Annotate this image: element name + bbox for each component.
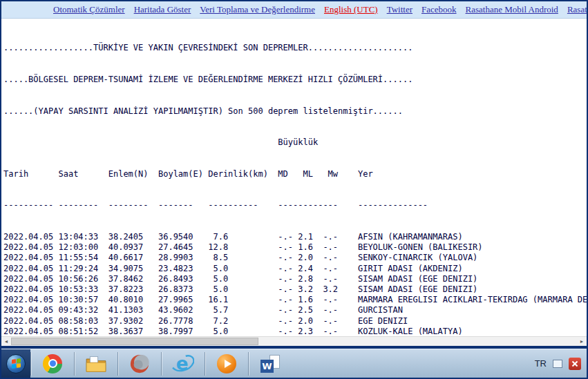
scrollbar-thumb[interactable] xyxy=(11,338,258,345)
firefox-icon xyxy=(129,353,150,374)
table-row: 2022.04.05 08:51:52 38.3637 38.7997 5.0 … xyxy=(3,327,587,336)
table-row: 2022.04.05 10:53:33 37.8223 26.8373 5.0 … xyxy=(3,284,587,295)
scroll-right-button[interactable]: ► xyxy=(577,337,587,346)
taskbar-media-player-button[interactable] xyxy=(205,349,248,378)
nav-link-rasathane-mobil-android[interactable]: Rasathane Mobil Android xyxy=(466,4,558,15)
report-title-line-3: ......(YAPAY SARSINTI ANALİZİ YAPILMAMIŞ… xyxy=(3,106,587,117)
taskbar-firefox-button[interactable] xyxy=(118,349,161,378)
play-icon xyxy=(225,360,231,368)
nav-link-rasathane-mobil-ios[interactable]: Rasathane Mobil IOS xyxy=(567,4,587,15)
table-header-row: Tarih Saat Enlem(N) Boylam(E) Derinlik(k… xyxy=(3,169,587,179)
word-letter-icon: W xyxy=(260,360,274,373)
report-text: ..................TÜRKİYE VE YAKIN ÇEVRE… xyxy=(1,19,587,336)
table-row: 2022.04.05 13:04:33 38.2405 36.9540 7.6 … xyxy=(3,232,587,242)
earthquake-report: ..................TÜRKİYE VE YAKIN ÇEVRE… xyxy=(1,19,587,336)
tray-window-icon[interactable] xyxy=(553,360,562,368)
table-row: 2022.04.05 11:55:54 40.6617 28.9903 8.5 … xyxy=(3,253,587,263)
nav-link-haritada-goster[interactable]: Haritada Göster xyxy=(134,4,191,15)
scroll-left-icon: ◄ xyxy=(4,339,9,344)
report-title-line-1: ..................TÜRKİYE VE YAKIN ÇEVRE… xyxy=(3,43,587,53)
table-separator-row: ---------- -------- -------- ------- ---… xyxy=(3,200,587,211)
table-row: 2022.04.05 08:58:03 37.9302 26.7778 7.2 … xyxy=(3,316,587,327)
language-indicator[interactable]: TR xyxy=(535,358,547,369)
nav-link-twitter[interactable]: Twitter xyxy=(387,4,412,15)
table-row: 2022.04.05 10:56:26 37.8462 26.8493 5.0 … xyxy=(3,274,587,284)
folder-icon xyxy=(85,355,107,373)
nav-link-english-utc[interactable]: English (UTC) xyxy=(324,4,378,15)
nav-link-veri-toplama-ve-degerlendirme[interactable]: Veri Toplama ve Değerlendirme xyxy=(200,4,315,15)
report-title-line-2: .....BÖLGESEL DEPREM-TSUNAMİ İZLEME VE D… xyxy=(3,75,587,85)
windows-start-icon xyxy=(6,354,26,373)
nav-link-facebook[interactable]: Facebook xyxy=(421,4,457,15)
table-row: 2022.04.05 12:03:00 40.0937 27.4645 12.8… xyxy=(3,242,587,253)
tray-alert-icon[interactable] xyxy=(569,358,581,370)
horizontal-scrollbar: ◄ ► xyxy=(1,336,587,346)
scroll-right-icon: ► xyxy=(580,339,585,344)
taskbar-file-explorer-button[interactable] xyxy=(75,349,117,378)
media-player-icon xyxy=(217,354,236,373)
scrollbar-track[interactable] xyxy=(11,337,577,346)
system-tray: TR xyxy=(535,349,587,378)
nav-link-otomatik-cozumler[interactable]: Otomatik Çözümler xyxy=(53,4,125,15)
scroll-left-button[interactable]: ◄ xyxy=(1,337,11,346)
taskbar-word-button[interactable]: W xyxy=(249,349,292,378)
windows-flag-icon xyxy=(12,358,21,369)
taskbar: e W TR xyxy=(1,349,587,378)
internet-explorer-icon: e xyxy=(172,353,194,374)
table-row: 2022.04.05 11:29:24 34.9075 23.4823 5.0 … xyxy=(3,264,587,274)
browser-window: Otomatik Çözümler Haritada Göster Veri T… xyxy=(0,0,588,379)
start-button[interactable] xyxy=(1,349,30,378)
taskbar-chrome-button[interactable] xyxy=(31,349,74,378)
earthquake-rows: 2022.04.05 13:04:33 38.2405 36.9540 7.6 … xyxy=(3,232,587,336)
word-icon: W xyxy=(260,355,281,373)
magnitude-group-label: Büyüklük xyxy=(3,137,587,148)
table-row: 2022.04.05 10:30:57 40.8010 27.9965 16.1… xyxy=(3,295,587,305)
chrome-icon xyxy=(43,354,62,373)
table-row: 2022.04.05 09:43:32 41.1303 43.9602 5.7 … xyxy=(3,305,587,315)
top-nav: Otomatik Çözümler Haritada Göster Veri T… xyxy=(1,1,587,19)
taskbar-internet-explorer-button[interactable]: e xyxy=(162,349,205,378)
